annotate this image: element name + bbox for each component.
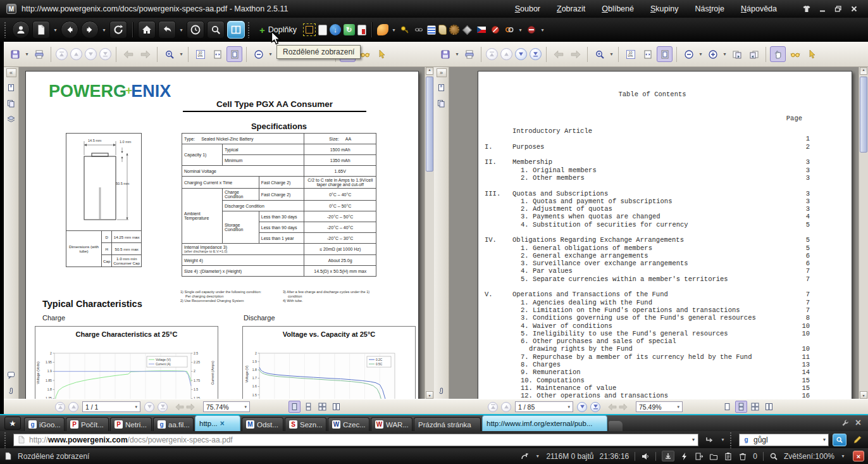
prev-page-button[interactable] xyxy=(501,402,511,412)
content-block-icon[interactable] xyxy=(526,24,537,35)
first-page-button[interactable] xyxy=(55,402,65,412)
toolbar-grip[interactable] xyxy=(4,22,7,38)
password-key-icon[interactable] xyxy=(399,24,411,35)
pages-panel-icon[interactable] xyxy=(6,97,17,109)
tab[interactable]: PPočít... xyxy=(66,417,109,431)
czech-flag-icon[interactable] xyxy=(476,24,487,35)
tab[interactable]: WWAR... xyxy=(371,417,412,431)
volume-icon[interactable] xyxy=(641,452,650,461)
notes-icon[interactable] xyxy=(318,25,327,35)
tab[interactable]: http://www.imf.org/external/pub... xyxy=(482,415,607,431)
tab[interactable]: SSezn... xyxy=(285,417,326,431)
clean-icon[interactable] xyxy=(462,24,473,35)
expand-panel-icon[interactable]: » xyxy=(437,68,447,77)
chevron-down-icon[interactable]: ▾ xyxy=(135,404,137,410)
forward-view-button[interactable] xyxy=(567,46,583,62)
tab[interactable]: WCzec... xyxy=(328,417,369,431)
fit-page-button[interactable] xyxy=(657,46,673,62)
minimize-icon[interactable] xyxy=(817,4,828,14)
menu-soubor[interactable]: Soubor xyxy=(515,4,540,13)
url-input[interactable]: http://www.powergenix.com/docs/powergeni… xyxy=(13,434,698,446)
page-number-combo[interactable]: 1 / 1▾ xyxy=(82,401,140,412)
flashget-icon[interactable] xyxy=(377,24,388,35)
next-page-button[interactable] xyxy=(85,48,97,60)
continuous-facing-layout-button[interactable] xyxy=(330,401,342,413)
pdf-document-area-left[interactable]: « POWERG+ENIX Cell Type PGX AA Consumer … xyxy=(4,67,434,399)
restore-icon[interactable] xyxy=(833,4,843,14)
zoom-tool-button[interactable] xyxy=(592,46,607,62)
back-view-icon[interactable] xyxy=(175,403,184,411)
facing-layout-button[interactable] xyxy=(749,401,761,413)
upload-dropdown[interactable]: ▾ xyxy=(535,453,540,459)
sync-icon[interactable]: ↻ xyxy=(344,24,355,35)
page-number-combo[interactable]: 1 / 85▾ xyxy=(515,401,573,412)
print-button[interactable] xyxy=(31,46,47,62)
search-button[interactable] xyxy=(833,434,846,446)
fit-width-button[interactable] xyxy=(209,46,225,62)
script-icon[interactable] xyxy=(438,25,447,35)
import-page-button[interactable] xyxy=(746,46,762,62)
select-tool-button[interactable] xyxy=(804,46,820,62)
history-dropdown[interactable]: ▾ xyxy=(101,27,107,33)
menu-nastroje[interactable]: Nástroje xyxy=(695,4,724,13)
prev-page-button[interactable] xyxy=(70,48,82,60)
zoom-dropdown[interactable]: ▾ xyxy=(840,453,846,459)
forward-view-button[interactable] xyxy=(137,46,153,62)
bookmarks-panel-icon[interactable] xyxy=(436,82,447,93)
upload-icon[interactable] xyxy=(520,452,529,461)
back-view-icon[interactable] xyxy=(608,403,617,411)
split-view-button[interactable] xyxy=(227,21,245,39)
layers-panel-icon[interactable] xyxy=(6,113,17,125)
hand-tool-button[interactable] xyxy=(770,46,786,62)
zoom-dropdown[interactable]: ▾ xyxy=(178,51,184,57)
continuous-layout-button[interactable] xyxy=(735,401,747,413)
logout-icon[interactable] xyxy=(695,452,704,461)
next-page-button[interactable] xyxy=(515,48,527,60)
bookmarks-panel-icon[interactable] xyxy=(6,82,17,93)
search-tool-button[interactable] xyxy=(207,21,225,39)
zoom-out-button[interactable] xyxy=(681,46,697,62)
comments-panel-icon[interactable] xyxy=(6,369,17,380)
scroll-up-icon[interactable]: ▾ xyxy=(860,67,867,75)
reader-mode-button[interactable] xyxy=(787,46,803,62)
scrollbar-left-pane[interactable]: ▾ ▾ xyxy=(425,67,434,399)
menu-skupiny[interactable]: Skupiny xyxy=(650,4,678,13)
menu-napoveda[interactable]: Nápověda xyxy=(741,4,777,13)
export-page-button[interactable] xyxy=(729,46,745,62)
chevron-down-icon[interactable]: ▾ xyxy=(244,404,247,410)
tab[interactable]: Prázdná stránka xyxy=(414,417,481,431)
zoom-tool-button[interactable] xyxy=(161,46,177,62)
home-button[interactable] xyxy=(138,21,156,39)
close-tab-button[interactable]: × xyxy=(855,417,861,429)
select-tool-button[interactable] xyxy=(374,46,390,62)
zoom-combo[interactable]: 75.49%▾ xyxy=(636,401,683,412)
turbo-icon[interactable] xyxy=(680,452,689,461)
mobile-view-icon[interactable] xyxy=(357,25,366,35)
single-page-layout-button[interactable] xyxy=(721,401,733,413)
scrollbar-right-pane[interactable]: ▾ ▾ xyxy=(859,67,868,399)
back-view-button[interactable] xyxy=(550,46,566,62)
chevron-down-icon[interactable]: ▾ xyxy=(567,404,570,410)
toolbar-grip[interactable] xyxy=(247,22,251,38)
refresh-button[interactable] xyxy=(109,21,127,39)
actual-size-button[interactable]: 100% xyxy=(623,46,638,62)
first-page-button[interactable] xyxy=(488,402,498,412)
last-page-button[interactable] xyxy=(99,48,111,60)
tab[interactable]: gaa.fil... xyxy=(153,417,194,431)
attachments-panel-icon[interactable] xyxy=(6,385,17,396)
fit-page-button[interactable] xyxy=(226,46,242,62)
filter-rings-icon[interactable] xyxy=(504,24,515,35)
skin-icon[interactable] xyxy=(801,4,812,14)
next-page-button[interactable] xyxy=(577,402,587,412)
forward-view-icon[interactable] xyxy=(186,403,195,411)
scroll-thumb[interactable] xyxy=(860,77,867,153)
kill-process-button[interactable]: × xyxy=(853,451,864,461)
pdf-document-area-right[interactable]: » Table of Contents Page Introductory Ar… xyxy=(434,67,868,399)
history-button[interactable] xyxy=(187,21,204,39)
google-icon[interactable]: g xyxy=(742,436,750,444)
tab[interactable]: PNetri... xyxy=(110,417,152,431)
favorites-button[interactable]: ★ xyxy=(4,417,21,430)
go-dropdown[interactable]: ▾ xyxy=(720,437,726,442)
actual-size-button[interactable]: 100% xyxy=(192,46,208,62)
seal-icon[interactable] xyxy=(449,25,459,35)
